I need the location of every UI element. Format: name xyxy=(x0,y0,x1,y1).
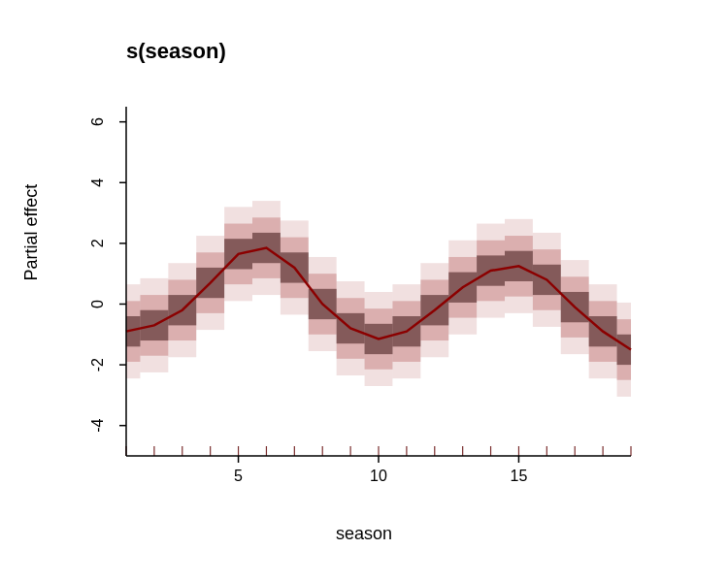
y-ticks: -4-20246 xyxy=(89,117,126,433)
svg-text:0: 0 xyxy=(89,300,106,308)
chart-stage: s(season) Partial effect season -4-20246… xyxy=(0,0,728,582)
plot-svg: -4-2024651015 xyxy=(0,0,728,582)
svg-text:-2: -2 xyxy=(89,358,106,372)
svg-text:5: 5 xyxy=(234,468,243,484)
svg-text:4: 4 xyxy=(89,178,106,187)
svg-text:2: 2 xyxy=(89,239,106,247)
svg-text:15: 15 xyxy=(511,468,528,484)
svg-text:10: 10 xyxy=(370,468,387,484)
svg-text:6: 6 xyxy=(89,117,106,126)
rug-marks xyxy=(126,446,631,456)
svg-text:-4: -4 xyxy=(89,418,106,432)
x-ticks: 51015 xyxy=(234,456,527,484)
